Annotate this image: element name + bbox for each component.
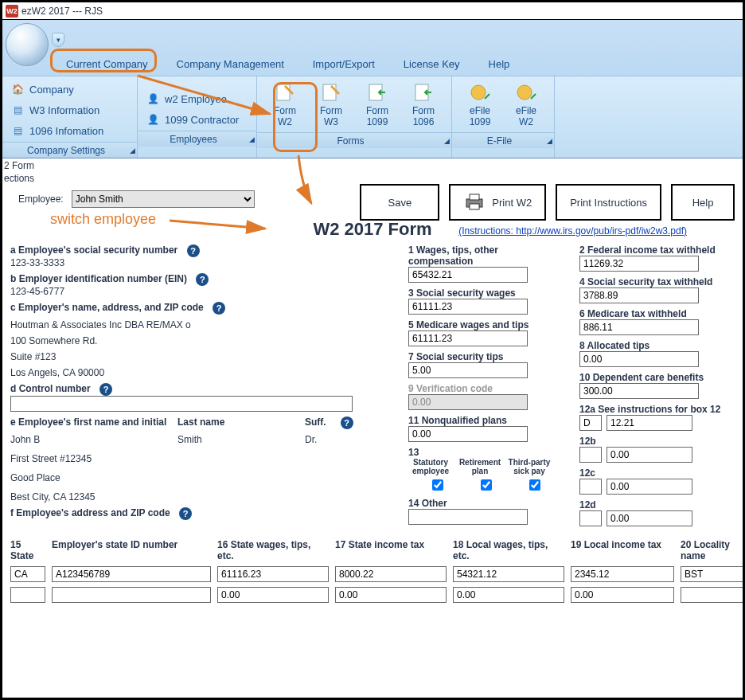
box12a-code-input[interactable] xyxy=(579,415,602,431)
quick-access-dropdown[interactable]: ▾ xyxy=(52,33,64,47)
btn-form-w2[interactable]: Form W2 xyxy=(262,80,308,129)
form-edit-icon xyxy=(320,83,342,102)
app-orb-button[interactable] xyxy=(6,23,49,66)
btn-1096-information[interactable]: ▤ 1096 Infomation xyxy=(7,121,132,140)
box11-input[interactable] xyxy=(408,426,528,442)
btn-efile-w2[interactable]: eFile W2 xyxy=(503,80,549,129)
help-icon[interactable]: ? xyxy=(213,302,225,315)
emp-last: Smith xyxy=(177,434,297,445)
r1-state[interactable] xyxy=(10,566,45,582)
ribbon-group-company-settings: 🏠 Company ▤ W3 Information ▤ 1096 Infoma… xyxy=(2,76,138,158)
form-edit-icon xyxy=(274,83,296,102)
save-button[interactable]: Save xyxy=(360,184,439,221)
person-red-icon: 👤 xyxy=(146,112,160,127)
box12b-code-input[interactable] xyxy=(579,447,602,463)
box12d-code-input[interactable] xyxy=(579,510,602,526)
tab-license-key[interactable]: License Key xyxy=(389,53,474,74)
dialog-launcher-icon[interactable]: ◢ xyxy=(130,147,135,154)
l1: Form xyxy=(366,105,388,116)
btn-form-w3[interactable]: Form W3 xyxy=(308,80,354,129)
box2-input[interactable] xyxy=(579,256,699,272)
r2-box16[interactable] xyxy=(217,587,329,603)
r2-box18[interactable] xyxy=(453,587,564,603)
dialog-launcher-icon[interactable]: ◢ xyxy=(444,137,450,145)
btn-company[interactable]: 🏠 Company xyxy=(7,80,132,99)
box12c-label: 12c xyxy=(579,467,595,479)
r2-employer-id[interactable] xyxy=(52,587,211,603)
box13-thirdparty-checkbox[interactable] xyxy=(529,479,540,491)
help-icon[interactable]: ? xyxy=(341,416,353,429)
h16: 16 State wages, tips, etc. xyxy=(217,539,329,561)
r2-box17[interactable] xyxy=(335,587,447,603)
group-title: E-File ◢ xyxy=(452,132,554,148)
box13-statutory-checkbox[interactable] xyxy=(432,479,443,491)
r1-box18[interactable] xyxy=(453,566,564,582)
employee-select[interactable]: John Smith xyxy=(72,190,255,208)
box6-input[interactable] xyxy=(579,319,699,335)
box6-label: 6 Medicare tax withheld xyxy=(579,308,687,319)
box5-input[interactable] xyxy=(408,330,528,346)
box10-input[interactable] xyxy=(579,383,699,399)
l2: W3 xyxy=(324,116,338,127)
group-title: Employees ◢ xyxy=(138,131,256,147)
r2-state[interactable] xyxy=(10,587,45,603)
box1-input[interactable] xyxy=(408,267,528,283)
efile-icon xyxy=(469,83,491,102)
secondary-title: 2 Form xyxy=(2,158,743,171)
sections-label: ections xyxy=(2,171,743,184)
box-d-label: d Control number xyxy=(10,383,91,394)
box9-input xyxy=(408,394,528,410)
help-icon[interactable]: ? xyxy=(187,244,200,257)
btn-w2-employee[interactable]: 👤 w2 Employee xyxy=(142,89,252,108)
btn-form-1099[interactable]: Form 1099 xyxy=(354,80,400,129)
h18: 18 Local wages, tips, etc. xyxy=(453,539,564,561)
r1-box19[interactable] xyxy=(571,566,674,582)
h15b: Employer's state ID number xyxy=(52,539,211,561)
box4-label: 4 Social security tax withheld xyxy=(579,276,712,287)
box8-input[interactable] xyxy=(579,351,699,367)
box14-input[interactable] xyxy=(408,509,528,525)
box4-input[interactable] xyxy=(579,287,699,303)
box13-prefix: 13 xyxy=(408,447,419,458)
help-icon[interactable]: ? xyxy=(179,507,192,520)
tab-company-management[interactable]: Company Management xyxy=(162,53,298,74)
btn-w3-information[interactable]: ▤ W3 Information xyxy=(7,100,132,119)
ribbon-group-forms: Form W2 Form W3 Form 1099 xyxy=(257,76,452,158)
tab-import-export[interactable]: Import/Export xyxy=(298,53,389,74)
control-number-input[interactable] xyxy=(10,396,353,412)
box12b-amount-input[interactable] xyxy=(607,447,692,463)
box12c-amount-input[interactable] xyxy=(607,479,692,495)
emp-addr2: Good Place xyxy=(10,472,384,483)
ribbon: ▾ Current Company Company Management Imp… xyxy=(2,20,743,158)
btn-efile-1099[interactable]: eFile 1099 xyxy=(457,80,503,129)
box13-retirement-checkbox[interactable] xyxy=(481,479,492,491)
box12c-code-input[interactable] xyxy=(579,479,602,495)
tab-help[interactable]: Help xyxy=(474,53,525,74)
instructions-link[interactable]: (Instructions: http://www.irs.gov/pub/ir… xyxy=(458,225,687,237)
box12d-amount-input[interactable] xyxy=(607,510,692,526)
employer-addr2: Suite #123 xyxy=(10,351,384,362)
help-icon[interactable]: ? xyxy=(99,383,112,396)
r1-box16[interactable] xyxy=(217,566,329,582)
btn-1099-contractor[interactable]: 👤 1099 Contractor xyxy=(142,110,252,129)
dialog-launcher-icon[interactable]: ◢ xyxy=(547,137,552,145)
r2-box20[interactable] xyxy=(681,587,745,603)
print-instructions-button[interactable]: Print Instructions xyxy=(556,184,661,221)
label: Company xyxy=(29,84,74,96)
title-bar: W2 ezW2 2017 --- RJS xyxy=(2,2,743,20)
r1-box17[interactable] xyxy=(335,566,447,582)
r1-box20[interactable] xyxy=(681,566,745,582)
box3-input[interactable] xyxy=(408,299,528,315)
btn-form-1096[interactable]: Form 1096 xyxy=(400,80,447,129)
help-icon[interactable]: ? xyxy=(196,273,209,286)
employer-name: Houtman & Associates Inc DBA RE/MAX o xyxy=(10,319,384,330)
r1-employer-id[interactable] xyxy=(52,566,211,582)
print-w2-button[interactable]: Print W2 xyxy=(449,184,546,221)
help-button[interactable]: Help xyxy=(671,184,735,221)
r2-box19[interactable] xyxy=(571,587,674,603)
box12a-amount-input[interactable] xyxy=(607,415,692,431)
box-a-label: a Employee's social security number xyxy=(10,244,177,256)
tab-current-company[interactable]: Current Company xyxy=(52,53,162,74)
box7-input[interactable] xyxy=(408,362,528,378)
dialog-launcher-icon[interactable]: ◢ xyxy=(249,135,255,143)
